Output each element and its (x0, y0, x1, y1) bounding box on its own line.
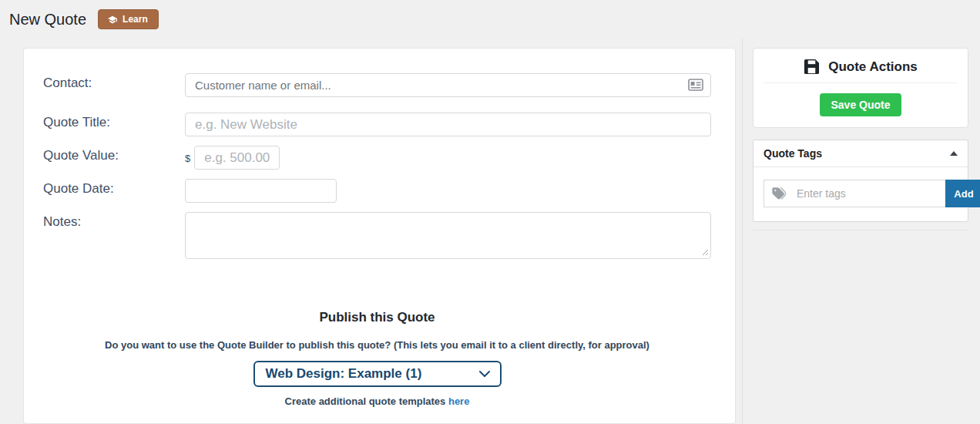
tag-input-row: Add (764, 180, 958, 207)
quote-tags-card: Quote Tags Add (753, 140, 968, 222)
publish-section: Publish this Quote Do you want to use th… (43, 310, 711, 407)
sidebar: Quote Actions Save Quote Quote Tags (753, 48, 968, 231)
notes-label: Notes: (43, 212, 185, 230)
contact-field (185, 73, 711, 97)
sidebar-divider-line (753, 230, 968, 231)
form-area: Contact: Quote Title: (24, 49, 735, 407)
tag-input-wrap (764, 180, 945, 207)
create-templates-link[interactable]: here (448, 395, 469, 407)
graduation-cap-icon (107, 15, 118, 25)
create-templates-text: Create additional quote templates (285, 395, 446, 407)
column-divider (742, 39, 743, 424)
save-quote-button[interactable]: Save Quote (820, 93, 901, 116)
add-tag-button[interactable]: Add (945, 180, 980, 207)
tags-icon (772, 187, 788, 200)
topbar: New Quote Learn (9, 9, 159, 29)
new-quote-page: New Quote Learn Contact: (0, 0, 980, 424)
notes-row: Notes: (43, 212, 711, 259)
notes-textarea[interactable] (185, 212, 711, 259)
chevron-down-icon (479, 371, 490, 378)
contact-label: Contact: (43, 73, 185, 91)
quote-actions-divider (764, 82, 958, 83)
contact-card-icon (688, 79, 703, 91)
quote-tags-title: Quote Tags (764, 147, 822, 160)
quote-date-field (185, 179, 711, 203)
quote-template-select[interactable]: Web Design: Example (1) (253, 361, 502, 387)
quote-value-field: $ (185, 146, 711, 170)
publish-heading: Publish this Quote (43, 310, 711, 325)
quote-value-input[interactable] (194, 146, 280, 170)
contact-row: Contact: (43, 73, 711, 97)
save-disk-icon (804, 59, 820, 75)
enter-tags-input[interactable] (795, 187, 938, 200)
quote-actions-title: Quote Actions (828, 59, 918, 75)
quote-actions-header: Quote Actions (753, 49, 968, 82)
quote-actions-card: Quote Actions Save Quote (753, 48, 968, 128)
publish-question: Do you want to use the Quote Builder to … (43, 339, 711, 351)
learn-button[interactable]: Learn (98, 9, 159, 29)
quote-value-label: Quote Value: (43, 146, 185, 163)
currency-symbol: $ (185, 146, 190, 164)
learn-button-label: Learn (123, 14, 148, 25)
quote-tags-header[interactable]: Quote Tags (753, 140, 968, 167)
quote-value-row: Quote Value: $ (43, 146, 711, 170)
quote-date-label: Quote Date: (43, 179, 185, 197)
quote-tags-body: Add (753, 167, 968, 221)
quote-date-input[interactable] (185, 179, 337, 203)
quote-title-field (185, 113, 711, 136)
contact-input[interactable] (185, 73, 711, 97)
quote-title-input[interactable] (185, 113, 711, 136)
page-title: New Quote (9, 11, 86, 29)
quote-title-label: Quote Title: (43, 113, 185, 130)
selected-template-label: Web Design: Example (1) (266, 366, 422, 382)
notes-field (185, 212, 711, 259)
new-quote-form-panel: Contact: Quote Title: (23, 48, 736, 424)
quote-title-row: Quote Title: (43, 113, 711, 136)
collapse-toggle-icon[interactable] (950, 151, 958, 156)
create-templates-line: Create additional quote templates here (43, 395, 711, 407)
quote-date-row: Quote Date: (43, 179, 711, 203)
